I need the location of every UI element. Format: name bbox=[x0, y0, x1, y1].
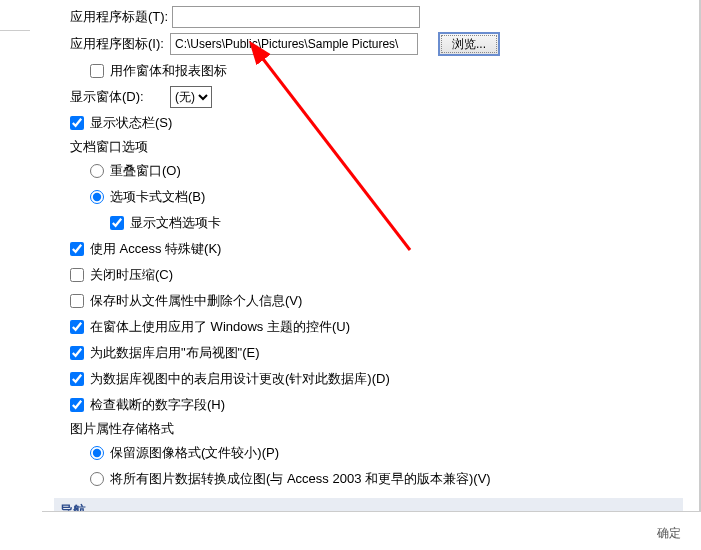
windows-themed-controls-checkbox[interactable] bbox=[70, 320, 84, 334]
use-form-report-icon-label: 用作窗体和报表图标 bbox=[110, 62, 227, 80]
pic-storage-section-label: 图片属性存储格式 bbox=[70, 420, 683, 438]
browse-button[interactable]: 浏览... bbox=[438, 32, 500, 56]
enable-design-changes-checkbox[interactable] bbox=[70, 372, 84, 386]
convert-to-bitmap-label: 将所有图片数据转换成位图(与 Access 2003 和更早的版本兼容)(V) bbox=[110, 470, 491, 488]
preserve-source-format-radio[interactable] bbox=[90, 446, 104, 460]
display-form-select[interactable]: (无) bbox=[170, 86, 212, 108]
access-special-keys-checkbox[interactable] bbox=[70, 242, 84, 256]
navigation-section-header: 导航 bbox=[54, 498, 683, 512]
compact-on-close-label: 关闭时压缩(C) bbox=[90, 266, 173, 284]
windows-themed-controls-label: 在窗体上使用应用了 Windows 主题的控件(U) bbox=[90, 318, 350, 336]
show-doc-tabs-checkbox[interactable] bbox=[110, 216, 124, 230]
overlapping-windows-radio[interactable] bbox=[90, 164, 104, 178]
enable-layout-view-label: 为此数据库启用"布局视图"(E) bbox=[90, 344, 260, 362]
tabbed-documents-label: 选项卡式文档(B) bbox=[110, 188, 205, 206]
tabbed-documents-radio[interactable] bbox=[90, 190, 104, 204]
show-statusbar-checkbox[interactable] bbox=[70, 116, 84, 130]
show-statusbar-label: 显示状态栏(S) bbox=[90, 114, 172, 132]
remove-personal-info-checkbox[interactable] bbox=[70, 294, 84, 308]
remove-personal-info-label: 保存时从文件属性中删除个人信息(V) bbox=[90, 292, 302, 310]
app-title-input[interactable] bbox=[172, 6, 420, 28]
show-doc-tabs-label: 显示文档选项卡 bbox=[130, 214, 221, 232]
convert-to-bitmap-radio[interactable] bbox=[90, 472, 104, 486]
doc-window-section-label: 文档窗口选项 bbox=[70, 138, 683, 156]
check-truncated-numbers-label: 检查截断的数字字段(H) bbox=[90, 396, 225, 414]
enable-layout-view-checkbox[interactable] bbox=[70, 346, 84, 360]
app-icon-label: 应用程序图标(I): bbox=[70, 35, 166, 53]
check-truncated-numbers-checkbox[interactable] bbox=[70, 398, 84, 412]
use-form-report-icon-checkbox[interactable] bbox=[90, 64, 104, 78]
compact-on-close-checkbox[interactable] bbox=[70, 268, 84, 282]
preserve-source-format-label: 保留源图像格式(文件较小)(P) bbox=[110, 444, 279, 462]
app-title-label: 应用程序标题(T): bbox=[70, 8, 168, 26]
app-icon-input[interactable] bbox=[170, 33, 418, 55]
enable-design-changes-label: 为数据库视图中的表启用设计更改(针对此数据库)(D) bbox=[90, 370, 390, 388]
ok-button[interactable]: 确定 bbox=[657, 525, 681, 542]
display-form-label: 显示窗体(D): bbox=[70, 88, 166, 106]
overlapping-windows-label: 重叠窗口(O) bbox=[110, 162, 181, 180]
access-special-keys-label: 使用 Access 特殊键(K) bbox=[90, 240, 221, 258]
